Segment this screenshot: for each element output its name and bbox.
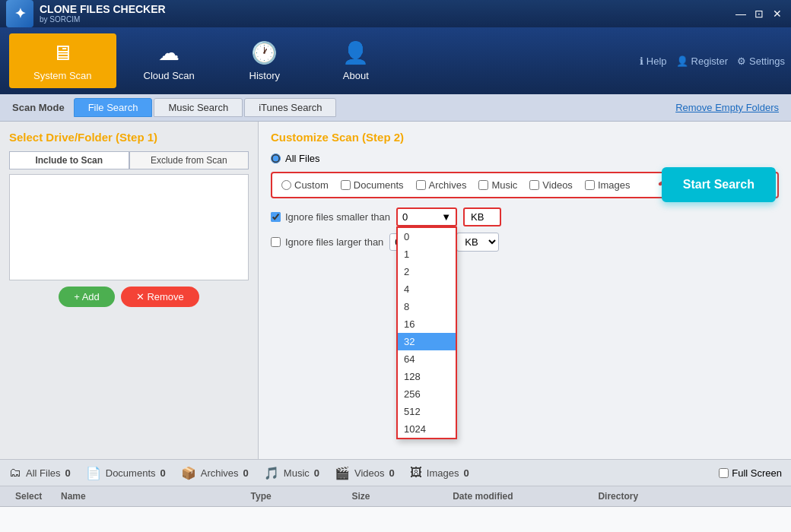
dropdown-option-512[interactable]: 512 [398,403,456,420]
th-date-modified: Date modified [446,489,592,503]
tab-itunes-search[interactable]: iTunes Search [244,98,336,117]
custom-radio-label[interactable]: Custom [281,179,329,191]
size-dropdown-trigger[interactable]: 0 ▼ [396,207,457,226]
dropdown-option-4[interactable]: 4 [398,280,456,298]
about-icon: 👤 [342,40,369,65]
table-header: Select Name Type Size Date modified Dire… [0,486,791,507]
full-screen-check[interactable]: Full Screen [719,467,782,479]
dropdown-option-1024[interactable]: 1024 [398,420,456,438]
music-result-label: Music [284,467,310,479]
app-logo: ✦ [6,0,33,27]
archives-count: 0 [243,467,249,479]
ignore-smaller-row: Ignore files smaller than 0 ▼ 0 1 2 4 8 … [271,207,779,226]
result-videos[interactable]: 🎬 Videos 0 [335,466,395,480]
result-images[interactable]: 🖼 Images 0 [410,466,469,480]
dropdown-option-16[interactable]: 16 [398,315,456,333]
dropdown-option-0[interactable]: 0 [398,228,456,245]
unit-display: KB [463,207,501,226]
dropdown-option-32[interactable]: 32 [398,333,456,350]
ignore-smaller-text: Ignore files smaller than [285,211,390,223]
documents-checkbox-label[interactable]: Documents [341,179,404,191]
music-checkbox[interactable] [478,180,488,190]
ignore-smaller-checkbox[interactable] [271,212,281,222]
dropdown-option-8[interactable]: 8 [398,298,456,315]
customize-scan-label: Customize Scan [271,131,359,144]
include-tab[interactable]: Include to Scan [9,151,129,169]
images-count: 0 [463,467,469,479]
left-panel-header: Select Drive/Folder (Step 1) [9,131,249,144]
system-scan-icon: 🖥 [52,40,73,65]
nav-label-about: About [343,70,369,81]
custom-radio[interactable] [281,180,291,190]
result-music[interactable]: 🎵 Music 0 [264,466,319,480]
folder-list [9,174,249,280]
ignore-larger-text: Ignore files larger than [285,236,383,248]
nav-label-history: History [249,70,280,81]
archives-checkbox[interactable] [416,180,426,190]
nav-item-history[interactable]: 🕐 History [219,27,310,94]
documents-checkbox[interactable] [341,180,351,190]
all-files-icon: 🗂 [9,466,21,480]
images-result-icon: 🖼 [410,466,422,480]
start-search-button[interactable]: Start Search [662,167,776,202]
th-select: Select [9,489,55,503]
archives-result-label: Archives [201,467,239,479]
all-files-radio[interactable] [271,154,281,163]
register-icon: 👤 [676,55,688,67]
help-button[interactable]: ℹ Help [640,55,667,67]
main-content: Select Drive/Folder (Step 1) Include to … [0,122,791,459]
minimize-button[interactable]: — [733,6,748,21]
dropdown-option-1[interactable]: 1 [398,245,456,263]
music-result-icon: 🎵 [264,466,279,480]
archives-checkbox-label[interactable]: Archives [416,179,467,191]
scan-mode-label: Scan Mode [12,102,65,113]
result-documents[interactable]: 📄 Documents 0 [86,466,166,480]
images-checkbox[interactable] [585,180,595,190]
all-files-label: All Files [285,153,320,164]
dropdown-option-256[interactable]: 256 [398,385,456,403]
tab-file-search[interactable]: File Search [74,98,153,117]
images-checkbox-label[interactable]: Images [585,179,631,191]
exclude-tab[interactable]: Exclude from Scan [129,151,249,169]
ignore-larger-row: Ignore files larger than 0 KB MB GB [271,233,779,252]
unit-value: KB [471,211,484,223]
dropdown-arrow-icon: ▼ [441,211,451,223]
remove-empty-folders-link[interactable]: Remove Empty Folders [675,102,779,113]
result-all-files[interactable]: 🗂 All Files 0 [9,466,71,480]
nav-bar: 🖥 System Scan ☁ Cloud Scan 🕐 History 👤 A… [0,27,791,94]
music-label: Music [491,179,517,191]
nav-right: ℹ Help 👤 Register ⚙ Settings [640,27,785,94]
nav-item-cloud-scan[interactable]: ☁ Cloud Scan [119,27,219,94]
remove-button[interactable]: ✕ Remove [121,287,199,307]
tab-music-search[interactable]: Music Search [154,98,243,117]
ignore-smaller-label[interactable]: Ignore files smaller than [271,211,390,223]
full-screen-checkbox[interactable] [719,468,729,478]
restore-button[interactable]: ⊡ [751,6,767,21]
app-name-group: CLONE FILES CHECKER by SORCIM [40,4,166,24]
nav-item-about[interactable]: 👤 About [310,27,402,94]
th-size: Size [345,489,446,503]
videos-checkbox-label[interactable]: Videos [529,179,573,191]
register-button[interactable]: 👤 Register [676,55,728,67]
dropdown-option-128[interactable]: 128 [398,368,456,385]
all-files-group: All Files [271,153,779,164]
documents-result-icon: 📄 [86,466,101,480]
add-button[interactable]: + Add [59,287,115,307]
images-label: Images [598,179,631,191]
music-checkbox-label[interactable]: Music [478,179,517,191]
dropdown-value: 0 [402,211,408,223]
app-subtitle: by SORCIM [40,15,166,24]
results-bar: 🗂 All Files 0 📄 Documents 0 📦 Archives 0… [0,459,791,486]
all-files-count: 0 [65,467,71,479]
ignore-larger-label[interactable]: Ignore files larger than [271,236,383,248]
nav-item-system-scan[interactable]: 🖥 System Scan [9,33,116,88]
close-button[interactable]: ✕ [770,6,785,21]
dropdown-option-64[interactable]: 64 [398,350,456,368]
right-panel-header: Customize Scan (Step 2) [271,131,779,144]
ignore-larger-checkbox[interactable] [271,237,281,247]
settings-button[interactable]: ⚙ Settings [737,55,785,67]
videos-checkbox[interactable] [529,180,539,190]
ignore-larger-unit-select[interactable]: KB MB GB [456,233,499,252]
dropdown-option-2[interactable]: 2 [398,263,456,280]
result-archives[interactable]: 📦 Archives 0 [181,466,249,480]
